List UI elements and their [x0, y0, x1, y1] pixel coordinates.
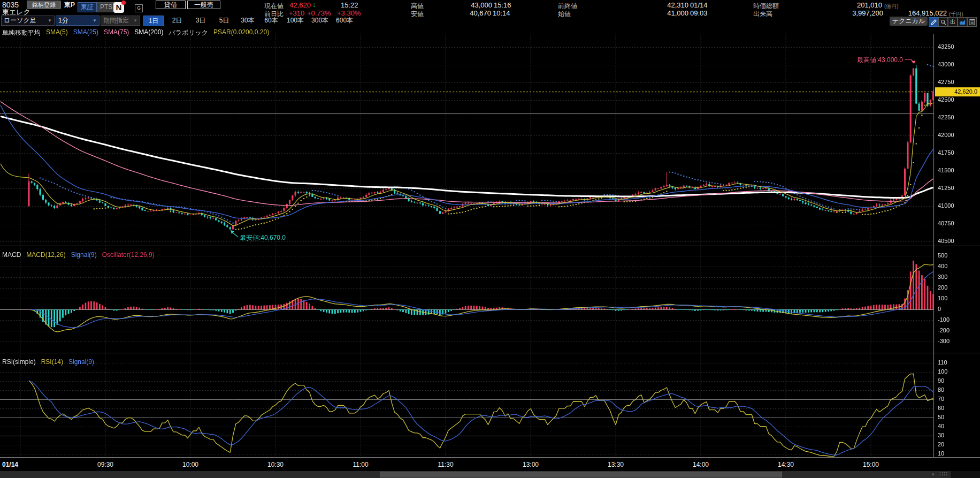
macd-legend: MACDMACD(12,26)Signal(9)Oscillator(12,26…	[2, 251, 155, 259]
general-sell-button[interactable]: 一般売	[187, 1, 220, 9]
time-tick-label: 01/14	[2, 461, 18, 468]
legend-item: SMA(75)	[104, 28, 129, 37]
legend-item: SMA(25)	[73, 28, 98, 37]
range-tab-60本[interactable]: 60本	[261, 16, 281, 26]
technical-button[interactable]: テクニカル	[890, 17, 928, 26]
chevron-down-icon: ▼	[133, 16, 137, 25]
horizontal-scrollbar[interactable]: ▵ ∷∷	[0, 471, 980, 478]
time-tick-label: 11:00	[353, 461, 368, 468]
chevron-down-icon: ▼	[48, 16, 52, 25]
range-tab-3日[interactable]: 3日	[190, 16, 211, 26]
register-symbol-button[interactable]: 銘柄登録	[27, 1, 61, 9]
time-tick-label: 15:00	[863, 461, 879, 468]
period-select[interactable]: 期間指定 ▼	[101, 16, 140, 26]
loan-button[interactable]: 貸借	[156, 1, 186, 9]
time-tick-label: 11:30	[438, 461, 453, 468]
range-tab-30本[interactable]: 30本	[238, 16, 258, 26]
legend-item: RSI(14)	[41, 358, 63, 366]
chart-type-value: ローソク足	[4, 16, 36, 25]
interval-select[interactable]: 1分 ▼	[56, 16, 99, 26]
range-tab-bar: 1日2日3日5日30本60本100本300本600本	[143, 16, 355, 26]
exchange-toggle: 東証PTS	[78, 2, 116, 12]
legend-item: MACD	[2, 251, 21, 259]
time-tick-label: 10:00	[182, 461, 198, 468]
current-price-value: 42,620	[279, 1, 311, 9]
range-tab-2日[interactable]: 2日	[167, 16, 187, 26]
g-button[interactable]: G	[135, 4, 143, 12]
rsi-legend: RSI(simple)RSI(14)Signal(9)	[2, 358, 94, 366]
legend-item: SMA(5)	[46, 28, 68, 37]
legend-item: RSI(simple)	[2, 358, 36, 366]
scrollbar-handle-icon[interactable]: ▵	[932, 471, 935, 476]
market-segment-label: 東P	[64, 1, 75, 10]
legend-item: Oscillator(12,26,9)	[102, 251, 155, 259]
market-cap-unit: (億円)	[884, 3, 899, 10]
exchange-tab-東証[interactable]: 東証	[78, 2, 97, 12]
time-tick-label: 09:30	[97, 461, 113, 468]
market-cap-value: 201,010	[845, 1, 882, 9]
range-tab-100本[interactable]: 100本	[285, 16, 306, 26]
time-tick-label: 13:00	[523, 461, 539, 468]
time-tick-label: 14:30	[778, 461, 794, 468]
legend-item: パラボリック	[169, 28, 208, 37]
range-tab-600本[interactable]: 600本	[334, 16, 355, 26]
chevron-down-icon: ▼	[93, 16, 97, 25]
scrollbar-grip-icon[interactable]: ∷∷	[939, 471, 948, 477]
time-tick-label: 13:30	[608, 461, 624, 468]
scrollbar-thumb[interactable]	[380, 472, 782, 477]
trading-chart-app: { "header": { "symbol_code": "8035", "sy…	[0, 0, 980, 478]
time-axis: 01/1409:3010:0010:3011:0011:3013:0013:30…	[0, 458, 980, 471]
export-button[interactable]: 出	[948, 17, 958, 27]
time-tick-label: 14:00	[693, 461, 709, 468]
high-time: 15:16	[494, 1, 511, 9]
zoom-magnifier-icon[interactable]	[938, 17, 948, 27]
chart-toolbar: ローソク足 ▼ 1分 ▼ 期間指定 ▼ 1日2日3日5日30本60本100本30…	[0, 16, 980, 26]
legend-item: MACD(12,26)	[26, 251, 65, 259]
prev-close-date: 01/14	[690, 1, 708, 9]
current-price-time: 15:22	[341, 1, 358, 9]
chart-type-select[interactable]: ローソク足 ▼	[1, 16, 55, 26]
draw-pencil-icon[interactable]	[929, 17, 938, 27]
range-tab-300本[interactable]: 300本	[309, 16, 331, 26]
area-chart-icon[interactable]	[958, 17, 967, 27]
price-down-arrow-icon: ↓	[312, 1, 316, 9]
header: 8035 銘柄登録 東P 東証PTS N G 貸借 一般売 東エレク 現在値 4…	[0, 0, 980, 15]
legend-item: PSAR(0.0200,0.20)	[213, 28, 269, 37]
legend-item: 単純移動平均	[2, 28, 41, 37]
time-tick-label: 10:30	[267, 461, 284, 468]
range-tab-1日[interactable]: 1日	[143, 16, 164, 26]
interval-value: 1分	[58, 16, 68, 25]
chart-canvas[interactable]	[0, 27, 980, 471]
legend-item: Signal(9)	[68, 358, 94, 366]
range-tab-5日[interactable]: 5日	[214, 16, 234, 26]
period-value: 期間指定	[103, 16, 129, 25]
news-logo-icon[interactable]: N	[113, 2, 124, 13]
scrollbar-corner	[951, 471, 980, 478]
price-legend: 単純移動平均SMA(5)SMA(25)SMA(75)SMA(200)パラボリック…	[2, 28, 269, 37]
list-icon[interactable]	[967, 17, 977, 27]
high-value: 43,000	[460, 1, 492, 9]
news-dot-icon	[121, 1, 126, 5]
legend-item: Signal(9)	[71, 251, 97, 259]
prev-close-value: 42,310	[656, 1, 688, 9]
legend-item: SMA(200)	[134, 28, 163, 37]
